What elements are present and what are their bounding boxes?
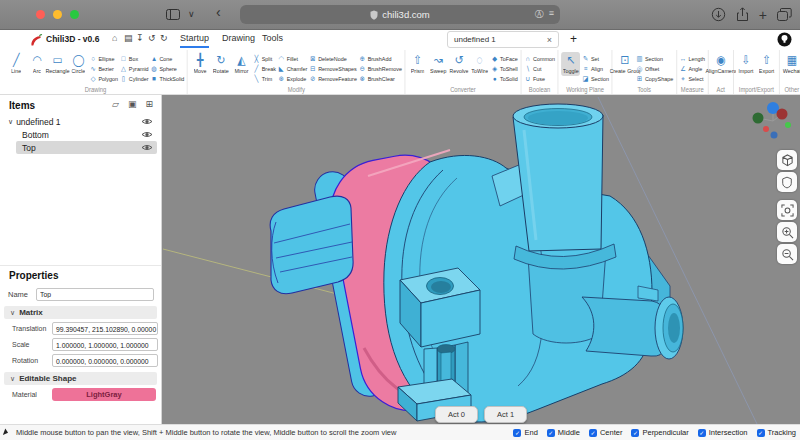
ribbon-button-revolve[interactable]: ↺Revolve: [450, 52, 469, 76]
ribbon-button-move[interactable]: ╋Move: [191, 52, 210, 76]
gizmo-axis-x[interactable]: [777, 109, 788, 120]
model-pump-housing[interactable]: [270, 104, 683, 422]
section-header-matrix[interactable]: ∨Matrix: [4, 306, 157, 319]
chevron-down-icon[interactable]: ∨: [188, 7, 195, 22]
material-button[interactable]: LightGray: [52, 388, 156, 401]
visibility-eye-icon[interactable]: [141, 143, 153, 154]
ribbon-button-brushclear[interactable]: ⊗BrushClear: [359, 74, 402, 83]
ribbon-button-removefeature[interactable]: ⊘RemoveFeature: [309, 74, 357, 83]
snap-toggle-perpendicular[interactable]: ✓Perpendicular: [631, 428, 688, 437]
section-header-editable-shape[interactable]: ∨Editable Shape: [4, 372, 157, 385]
ribbon-button-align[interactable]: ≡Align: [582, 64, 609, 73]
ribbon-button-wechat[interactable]: ▦Wechat: [782, 52, 800, 76]
tree-item-bottom[interactable]: Bottom: [0, 128, 161, 141]
snap-toggle-tracking[interactable]: ✓Tracking: [757, 428, 796, 437]
ribbon-button-set[interactable]: ✎Set: [582, 54, 609, 63]
ribbon-button-create-group[interactable]: ⊡Create Group: [615, 52, 634, 76]
viewport-3d[interactable]: Act 0Act 1: [162, 95, 800, 424]
home-icon[interactable]: ⌂: [112, 33, 117, 43]
ribbon-button-deletenode[interactable]: ⊠DeleteNode: [309, 54, 357, 63]
ribbon-button-section[interactable]: ▥Section: [636, 54, 673, 63]
sidebar-icon[interactable]: [166, 9, 180, 24]
save-icon[interactable]: ↧: [136, 33, 144, 43]
close-document-icon[interactable]: ×: [547, 35, 552, 45]
tree-item-undefined-1[interactable]: ∨undefined 1: [0, 115, 161, 128]
close-window-button[interactable]: [36, 10, 45, 19]
github-icon[interactable]: [777, 32, 792, 51]
chevron-down-icon[interactable]: ∨: [8, 118, 13, 126]
ribbon-button-section[interactable]: ◪Section: [582, 74, 609, 83]
ribbon-button-copyshape[interactable]: ⊞CopyShape: [636, 74, 673, 83]
ribbon-button-line[interactable]: ╱Line: [7, 52, 26, 76]
tab-drawing[interactable]: Drawing: [222, 33, 255, 46]
ribbon-button-towire[interactable]: ◌ToWire: [470, 52, 489, 76]
ribbon-button-cut[interactable]: ∖Cut: [524, 64, 555, 73]
ribbon-button-break[interactable]: ╱Break: [253, 64, 276, 73]
snap-toggle-center[interactable]: ✓Center: [589, 428, 623, 437]
ribbon-button-sweep[interactable]: ↝Sweep: [429, 52, 448, 76]
model-mounting-boss[interactable]: [400, 268, 480, 347]
ribbon-button-thicksolid[interactable]: ■ThickSolid: [150, 74, 184, 83]
translate-icon[interactable]: Ⓐ: [535, 8, 544, 21]
snap-toggle-intersection[interactable]: ✓Intersection: [698, 428, 748, 437]
visibility-eye-icon[interactable]: [141, 130, 153, 141]
ribbon-button-split[interactable]: ╳Split: [253, 54, 276, 63]
ribbon-button-import[interactable]: ⇩Import: [737, 52, 756, 76]
tree-item-top[interactable]: Top: [16, 141, 157, 154]
ribbon-button-polygon[interactable]: ◇Polygon: [90, 74, 119, 83]
ribbon-button-rectangle[interactable]: ▭Rectangle: [48, 52, 67, 76]
ribbon-button-tosolid[interactable]: ●ToSolid: [491, 74, 518, 83]
ribbon-button-offset[interactable]: ◎Offset: [636, 64, 673, 73]
gizmo-axis-y[interactable]: [753, 113, 764, 124]
input-scale[interactable]: 1.000000, 1.000000, 1.000000: [52, 338, 158, 351]
gizmo-axis-x-neg[interactable]: [763, 126, 769, 132]
ribbon-button-fuse[interactable]: ∪Fuse: [524, 74, 555, 83]
ribbon-button-box[interactable]: □Box: [120, 54, 149, 63]
visibility-eye-icon[interactable]: [141, 117, 153, 128]
ribbon-button-mirror[interactable]: ◭Mirror: [232, 52, 251, 76]
ribbon-button-removeshapes[interactable]: ⊟RemoveShapes: [309, 64, 357, 73]
ribbon-button-rotate[interactable]: ↻Rotate: [211, 52, 230, 76]
document-icon[interactable]: ▤: [124, 33, 133, 43]
new-document-button[interactable]: +: [570, 32, 577, 46]
ribbon-button-fillet[interactable]: ◠Fillet: [278, 54, 308, 63]
ribbon-button-prism[interactable]: ⇧Prism: [408, 52, 427, 76]
ribbon-button-circle[interactable]: ◯Circle: [69, 52, 88, 76]
ribbon-button-length[interactable]: ↔Length: [679, 54, 705, 63]
input-translation[interactable]: 99.390457, 215.102890, 0.00000: [52, 322, 158, 335]
ribbon-button-arc[interactable]: ◠Arc: [27, 52, 46, 76]
ribbon-button-sphere[interactable]: ◍Sphere: [150, 64, 184, 73]
expand-icon[interactable]: ⊞: [145, 99, 153, 109]
new-folder-icon[interactable]: ▱: [112, 99, 119, 109]
orientation-gizmo[interactable]: [742, 99, 800, 147]
shaded-view-icon[interactable]: [777, 172, 797, 192]
ribbon-button-export[interactable]: ⇧Export: [757, 52, 776, 76]
model-left-boss[interactable]: [270, 196, 353, 294]
ribbon-button-toface[interactable]: ◆ToFace: [491, 54, 518, 63]
downloads-icon[interactable]: [711, 7, 726, 22]
gizmo-axis-y-neg[interactable]: [785, 122, 791, 128]
ribbon-button-explode[interactable]: ⊛Explode: [278, 74, 308, 83]
model-top-pipe[interactable]: [513, 104, 616, 269]
input-rotation[interactable]: 0.000000, 0.000000, 0.000000: [52, 354, 158, 367]
tab-overview-icon[interactable]: [777, 8, 792, 21]
act-button-0[interactable]: Act 0: [435, 406, 478, 423]
zoom-in-icon[interactable]: [777, 222, 797, 242]
gizmo-axis-z-neg[interactable]: [771, 132, 778, 139]
ribbon-button-cone[interactable]: ▲Cone: [150, 54, 184, 63]
zoom-out-icon[interactable]: [777, 244, 797, 264]
share-icon[interactable]: [736, 7, 749, 22]
name-input[interactable]: [36, 288, 154, 301]
view-cube-icon[interactable]: [777, 150, 797, 170]
zoom-window-button[interactable]: [70, 10, 79, 19]
ribbon-button-cylinder[interactable]: ▯Cylinder: [120, 74, 149, 83]
ribbon-button-pyramid[interactable]: △Pyramid: [120, 64, 149, 73]
ribbon-button-common[interactable]: ∩Common: [524, 54, 555, 63]
zoom-fit-icon[interactable]: [777, 200, 797, 220]
ribbon-button-select[interactable]: ⌖Select: [679, 74, 705, 83]
ribbon-button-bezier[interactable]: ∿Bezier: [90, 64, 119, 73]
back-icon[interactable]: ‹: [216, 5, 221, 20]
ribbon-button-angle[interactable]: ∠Angle: [679, 64, 705, 73]
snap-toggle-middle[interactable]: ✓Middle: [547, 428, 580, 437]
reader-icon[interactable]: ≡: [549, 8, 554, 21]
